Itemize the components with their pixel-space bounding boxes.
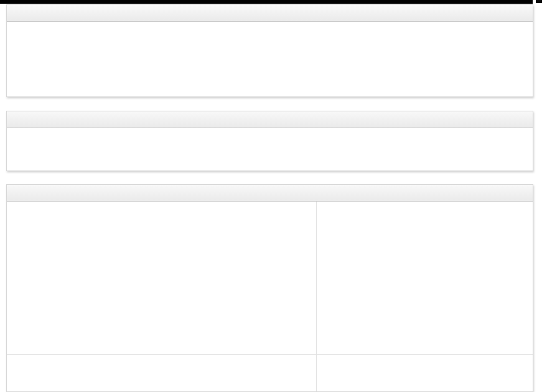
bottom-right-cell <box>316 354 533 391</box>
bottom-left-cell <box>7 354 316 391</box>
advanced-statistics-header <box>7 5 533 22</box>
statistics-grid <box>7 22 533 96</box>
trading-activity-panel <box>6 111 533 171</box>
top-black-bar <box>0 0 533 4</box>
monthly-gain-chart <box>7 202 316 354</box>
advanced-statistics-panel <box>6 4 533 97</box>
trading-activity-header <box>7 111 533 128</box>
chart-plot-area <box>32 212 304 330</box>
monthly-analytics-body <box>7 202 533 391</box>
monthly-analytics-header <box>7 185 533 202</box>
month-detail-panel <box>316 202 533 354</box>
monthly-analytics-panel <box>6 184 533 392</box>
top-bar-notch <box>536 0 542 3</box>
